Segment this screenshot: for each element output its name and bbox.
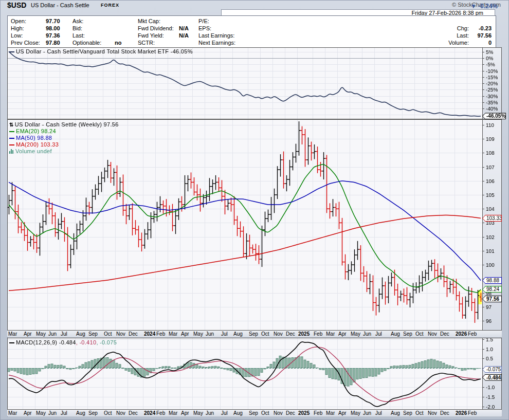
quote-right-row: Volume:0 bbox=[448, 40, 492, 46]
x-axis-month-label: Feb bbox=[468, 331, 477, 337]
x-axis-month-label: 2026 bbox=[456, 410, 467, 416]
x-axis-month-label: Apr bbox=[24, 331, 32, 337]
ratio-line-icon bbox=[9, 51, 14, 52]
quote-value: no bbox=[115, 40, 121, 46]
x-axis-month-label: May bbox=[36, 410, 46, 416]
x-axis-month-label: Dec bbox=[286, 410, 295, 416]
quote-label: Mkt Cap: bbox=[138, 18, 160, 24]
x-axis-month-label: Jun bbox=[363, 331, 371, 337]
x-axis-month-label: Jul bbox=[61, 410, 67, 416]
x-axis-month-label: Nov bbox=[116, 331, 125, 337]
x-axis-month-label: Aug bbox=[391, 410, 400, 416]
x-axis-month-label: Apr bbox=[338, 331, 347, 337]
x-axis-month-label: Dec bbox=[440, 331, 449, 337]
x-axis-month-label: Mar bbox=[8, 331, 17, 337]
x-axis-month-label: Feb bbox=[156, 331, 165, 337]
ma50-line-icon bbox=[9, 138, 14, 139]
x-axis-month-label: Oct bbox=[415, 410, 424, 416]
ma50-legend: MA(50) 98.88 bbox=[9, 135, 119, 141]
x-axis-month-label: Nov bbox=[116, 410, 125, 416]
x-axis-month-label: Mar bbox=[169, 410, 177, 416]
quote-label: Open: bbox=[11, 18, 26, 24]
axis-label-98.24: 98.24 bbox=[482, 286, 502, 293]
price-legend-title: US Dollar - Cash Settle (Weekly) 97.56 bbox=[15, 121, 119, 127]
x-axis-month-label: Jun bbox=[48, 331, 57, 337]
x-axis-month-label: Aug bbox=[76, 410, 85, 416]
x-axis-month-label: Dec bbox=[129, 331, 138, 337]
x-axis-month-label: Nov bbox=[428, 331, 437, 337]
x-axis-month-label: Dec bbox=[286, 331, 295, 337]
x-axis-labels-top: MarAprMayJunJulAugSepOctNovDec2024FebMar… bbox=[7, 331, 502, 338]
down-triangle-icon: ▼ bbox=[470, 3, 477, 10]
quote-label: Next Earnings: bbox=[198, 40, 235, 46]
axis-label--46.05%: -46.05% bbox=[482, 113, 506, 119]
x-axis-month-label: Aug bbox=[233, 331, 243, 337]
x-axis-month-label: 2024 bbox=[144, 410, 155, 416]
x-axis-month-label: Feb bbox=[314, 410, 322, 416]
x-axis-month-label: Apr bbox=[181, 331, 189, 337]
x-axis-month-label: Feb bbox=[156, 410, 165, 416]
axis-label-103.33: 103.33 bbox=[482, 215, 502, 222]
stockcharts-page: { "header": { "symbol": "$USD", "name": … bbox=[0, 0, 509, 420]
quote-right-row: Chg:-0.23 bbox=[457, 25, 492, 31]
x-axis-month-label: Sep bbox=[88, 410, 98, 416]
x-axis-month-label: Feb bbox=[468, 410, 477, 416]
x-axis-month-label: 2026 bbox=[456, 331, 467, 337]
quote-label: SCTR: bbox=[138, 40, 155, 46]
x-axis-month-label: Jul bbox=[221, 331, 228, 337]
change-percent-value: -0.24% bbox=[478, 3, 498, 10]
quote-label: Last: bbox=[72, 32, 85, 39]
symbol-name: US Dollar - Cash Settle bbox=[31, 2, 89, 8]
x-axis-month-label: Jul bbox=[375, 410, 382, 416]
price-legend: ⇅US Dollar - Cash Settle (Weekly) 97.56 … bbox=[9, 121, 119, 155]
exchange-label: FOREX bbox=[101, 3, 119, 8]
x-axis-month-label: Apr bbox=[338, 410, 347, 416]
macd-legend-hist: , -0.075 bbox=[96, 339, 117, 345]
quote-value: 97.36 bbox=[46, 32, 60, 39]
quote-label: Fwd Dividend: bbox=[138, 25, 174, 31]
updown-arrows-icon: ⇅ bbox=[9, 122, 14, 127]
quote-label: Bid: bbox=[72, 25, 82, 31]
ema20-line-icon bbox=[9, 131, 14, 132]
ma200-line-icon bbox=[9, 144, 14, 145]
x-axis-month-label: Sep bbox=[249, 331, 258, 337]
ema20-legend: EMA(20) 98.24 bbox=[9, 128, 119, 135]
x-axis-month-label: Jul bbox=[375, 331, 382, 337]
x-axis-month-label: Oct bbox=[261, 410, 269, 416]
x-axis-labels-bottom: MarAprMayJunJulAugSepOctNovDec2024FebMar… bbox=[7, 410, 502, 417]
x-axis-month-label: Jun bbox=[206, 331, 214, 337]
macd-legend-signal: , -0.410 bbox=[76, 339, 97, 345]
chart-datetime: Friday 27-Feb-2026 8:38 pm bbox=[221, 9, 495, 15]
quote-right-row: Last:97.56 bbox=[457, 32, 492, 39]
x-axis-month-label: Nov bbox=[274, 410, 283, 416]
x-axis-month-label: Aug bbox=[391, 331, 400, 337]
x-axis-month-label: Oct bbox=[415, 331, 424, 337]
x-axis-month-label: Mar bbox=[8, 410, 17, 416]
x-axis-month-label: Sep bbox=[249, 410, 258, 416]
x-axis-month-label: 2024 bbox=[144, 331, 155, 337]
quote-label: Prev Close: bbox=[11, 40, 40, 46]
x-axis-month-label: Aug bbox=[76, 331, 85, 337]
axis-label-97.56: 97.56 bbox=[482, 296, 502, 302]
macd-line-icon bbox=[9, 342, 14, 343]
x-axis-month-label: May bbox=[36, 331, 46, 337]
quote-label: Last Earnings: bbox=[198, 32, 234, 39]
axis-label--0.484: -0.484 bbox=[482, 374, 502, 381]
ma200-legend: MA(200) 103.33 bbox=[9, 141, 119, 148]
quote-panel: Open:97.70High:98.00Low:97.36Prev Close:… bbox=[7, 15, 496, 48]
ratio-legend: US Dollar - Cash Settle/Vanguard Total S… bbox=[9, 48, 193, 54]
quote-value: N/A bbox=[179, 25, 189, 31]
x-axis-month-label: Dec bbox=[129, 410, 138, 416]
x-axis-month-label: May bbox=[351, 331, 360, 337]
quote-label: Optionable: bbox=[72, 40, 101, 46]
quote-value: 98.00 bbox=[46, 25, 60, 31]
x-axis-month-label: Jun bbox=[48, 410, 57, 416]
x-axis-month-label: Oct bbox=[261, 331, 269, 337]
x-axis-month-label: Jun bbox=[206, 410, 214, 416]
ratio-legend-text: US Dollar - Cash Settle/Vanguard Total S… bbox=[16, 48, 193, 54]
volume-bars-icon bbox=[9, 149, 14, 154]
x-axis-month-label: Apr bbox=[181, 410, 189, 416]
x-axis-month-label: Dec bbox=[440, 410, 449, 416]
x-axis-month-label: Jul bbox=[221, 410, 228, 416]
axis-label--0.075: -0.075 bbox=[482, 366, 502, 373]
